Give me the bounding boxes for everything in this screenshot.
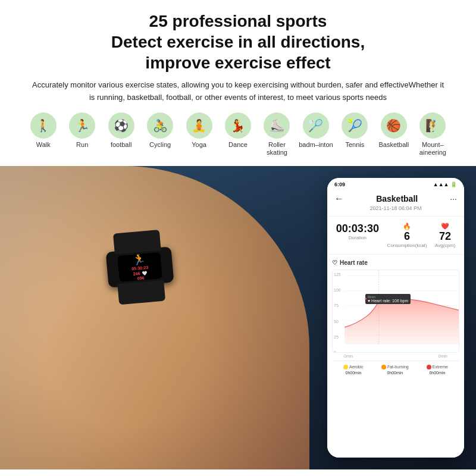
avg-label: Avg(cpm) <box>435 243 455 248</box>
run-label: Run <box>76 141 88 149</box>
legend-fat-burning: Fat-burning 0h00min <box>381 365 409 375</box>
x-label-start: 0min <box>344 354 353 358</box>
band-stats: 05:30:23246 🤍096 <box>131 265 149 282</box>
description-text: Accurately monitor various exercise stat… <box>30 79 446 104</box>
phone-header: ← Basketball ··· 2021-11-18 06:04 PM <box>327 191 464 217</box>
heart-rate-title: ♡ Heart rate <box>332 259 459 266</box>
duration-value: 00:03:30 <box>336 223 379 235</box>
sport-run: 🏃 Run <box>62 112 101 149</box>
y-label-125: 125 <box>334 273 341 277</box>
sport-roller-skating: ⛸️ Roller skating <box>258 112 296 156</box>
walk-icon: 🚶 <box>30 112 57 139</box>
cycling-icon: 🚴 <box>147 112 173 139</box>
top-section: 25 professional sports Detect exercise i… <box>0 0 476 166</box>
back-button[interactable]: ← <box>334 193 344 204</box>
smartband-screen: 🏃 05:30:23246 🤍096 <box>117 252 162 282</box>
run-icon: 🏃 <box>69 112 95 139</box>
sport-walk: 🚶 Walk <box>24 112 62 149</box>
stat-avg: ❤️ 72 Avg(cpm) <box>435 223 455 248</box>
yoga-icon: 🧘 <box>186 112 212 139</box>
sports-icons-row: 🚶 Walk 🏃 Run ⚽ football 🚴 Cycling 🧘 Yoga… <box>24 112 452 156</box>
sport-dance: 💃 Dance <box>218 112 257 149</box>
x-label-end: 0min <box>439 354 447 358</box>
heart-rate-chart: 125 100 75 50 25 0 <box>332 270 459 353</box>
roller-skating-icon: ⛸️ <box>264 112 290 139</box>
fat-dot <box>381 365 386 369</box>
sport-mountaineering: 🧗 Mount–aineering <box>414 112 452 156</box>
phone-stats-row: 00:03:30 Duration 🔥 6 Consumption(kcal) … <box>327 217 464 255</box>
sport-cycling: 🚴 Cycling <box>140 112 179 149</box>
wrist-area: 🏃 05:30:23246 🤍096 <box>0 166 309 469</box>
stat-duration: 00:03:30 Duration <box>336 223 379 248</box>
consumption-value: 6 <box>387 230 427 243</box>
chart-tooltip: 0min ♥ Heart rate: 106 bpm <box>365 294 411 304</box>
aerobic-dot <box>343 365 348 369</box>
stat-consumption: 🔥 6 Consumption(kcal) <box>387 223 427 248</box>
y-label-0: 0 <box>334 350 341 353</box>
band-strap-top <box>113 230 161 255</box>
sport-football: ⚽ football <box>102 112 140 149</box>
basketball-label: Basketball <box>378 141 409 149</box>
sport-basketball: 🏀 Basketball <box>374 112 413 149</box>
chart-y-labels: 125 100 75 50 25 0 <box>334 273 341 353</box>
basketball-icon: 🏀 <box>381 112 407 139</box>
dance-icon: 💃 <box>225 112 251 139</box>
bottom-section: 🏃 05:30:23246 🤍096 6:09 ▲▲▲ 🔋 ← Basketba… <box>0 166 476 469</box>
tennis-label: Tennis <box>345 141 364 149</box>
y-label-50: 50 <box>334 320 341 324</box>
badminton-label: badm–inton <box>299 141 333 149</box>
heart-rate-svg <box>345 270 459 345</box>
band-runner-icon: 🏃 <box>132 253 146 267</box>
main-title: 25 professional sports Detect exercise i… <box>24 11 452 73</box>
cycling-label: Cycling <box>149 141 171 149</box>
football-icon: ⚽ <box>108 112 134 139</box>
mountaineering-icon: 🧗 <box>419 112 446 139</box>
phone-status-bar: 6:09 ▲▲▲ 🔋 <box>327 178 464 191</box>
phone-content: ♡ Heart rate 125 100 75 50 25 0 <box>327 255 464 458</box>
phone-mockup: 6:09 ▲▲▲ 🔋 ← Basketball ··· 2021-11-18 0… <box>327 178 464 458</box>
smartband: 🏃 05:30:23246 🤍096 <box>106 246 174 287</box>
yoga-label: Yoga <box>192 141 206 149</box>
wrist-shadow <box>0 166 309 469</box>
activity-title: Basketball <box>344 194 450 203</box>
y-label-75: 75 <box>334 303 341 308</box>
football-label: football <box>111 141 131 149</box>
phone-time: 6:09 <box>334 181 345 187</box>
phone-signal: ▲▲▲ 🔋 <box>433 181 457 187</box>
tooltip-text: ♥ Heart rate: 106 bpm <box>368 299 408 303</box>
extreme-dot <box>427 365 431 369</box>
avg-value: 72 <box>435 230 455 243</box>
dance-label: Dance <box>228 141 248 149</box>
legend-extreme: Extreme 0h00min <box>427 365 448 375</box>
duration-label: Duration <box>336 235 379 240</box>
sport-tennis: 🎾 Tennis <box>336 112 374 149</box>
sport-badminton: 🏸 badm–inton <box>296 112 335 149</box>
walk-label: Walk <box>36 141 51 149</box>
phone-header-top: ← Basketball ··· <box>334 193 457 204</box>
band-strap-bottom <box>117 280 165 305</box>
y-label-25: 25 <box>334 335 341 339</box>
sport-yoga: 🧘 Yoga <box>180 112 218 149</box>
consumption-label: Consumption(kcal) <box>387 243 427 248</box>
roller-skating-label: Roller skating <box>258 141 296 156</box>
legend-row: Aerobic 0h00min Fat-burning 0h00min Extr… <box>332 361 459 376</box>
legend-aerobic: Aerobic 0h00min <box>343 365 364 375</box>
activity-date: 2021-11-18 06:04 PM <box>334 205 457 211</box>
tennis-icon: 🎾 <box>342 112 368 139</box>
y-label-100: 100 <box>334 288 341 292</box>
mountaineering-label: Mount–aineering <box>414 141 452 156</box>
more-button[interactable]: ··· <box>450 194 457 203</box>
badminton-icon: 🏸 <box>303 112 329 139</box>
